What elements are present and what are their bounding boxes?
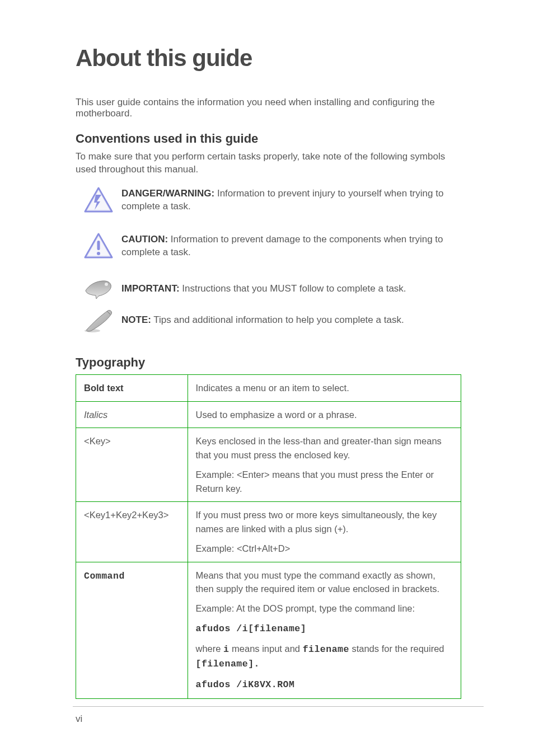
key1-text1: Keys enclosed in the less-than and great… bbox=[196, 436, 442, 460]
table-row: Bold text Indicates a menu or an item to… bbox=[76, 374, 461, 401]
key1-example-a: Example: bbox=[196, 469, 237, 480]
table-row: <Key> Keys enclosed in the less-than and… bbox=[76, 428, 461, 502]
table-row: Command Means that you must type the com… bbox=[76, 562, 461, 698]
danger-label: DANGER/WARNING: bbox=[121, 188, 214, 199]
important-text: Instructions that you MUST follow to com… bbox=[180, 283, 406, 294]
caution-icon bbox=[83, 232, 114, 262]
important-icon bbox=[83, 278, 114, 303]
danger-icon bbox=[83, 186, 114, 217]
page-title: About this guide bbox=[76, 45, 461, 72]
bold-right: Indicates a menu or an item to select. bbox=[188, 374, 461, 401]
command-code1: afudos /i[filename] bbox=[196, 623, 307, 634]
conventions-title: Conventions used in this guide bbox=[76, 132, 461, 146]
svg-point-6 bbox=[105, 283, 108, 286]
key2-text1: If you must press two or more keys simul… bbox=[196, 510, 437, 534]
table-row: <Key1+Key2+Key3> If you must press two o… bbox=[76, 502, 461, 562]
page-number: vi bbox=[76, 713, 82, 725]
command-code2: afudos /iK8VX.ROM bbox=[196, 679, 295, 690]
note-text: Tips and additional information to help … bbox=[151, 314, 404, 325]
command-mid-a: where bbox=[196, 644, 224, 654]
command-mid-c: means input and bbox=[229, 644, 302, 654]
command-mid-b: i bbox=[223, 644, 229, 655]
key1-left: <Key> bbox=[84, 436, 111, 446]
svg-marker-1 bbox=[87, 190, 110, 210]
typography-title: Typography bbox=[76, 355, 461, 370]
note-label: NOTE: bbox=[121, 314, 151, 325]
conventions-sub: To make sure that you perform certain ta… bbox=[76, 151, 461, 176]
svg-rect-4 bbox=[97, 241, 100, 250]
caution-text: Information to prevent damage to the com… bbox=[121, 234, 443, 257]
important-label: IMPORTANT: bbox=[121, 283, 180, 294]
command-mid-e: stands for the required bbox=[349, 644, 444, 654]
footer-rule bbox=[73, 706, 484, 707]
command-text1: Means that you must type the command exa… bbox=[196, 570, 440, 594]
key2-left: <Key1+Key2+Key3> bbox=[84, 510, 168, 520]
convention-row: CAUTION: Information to prevent damage t… bbox=[76, 232, 461, 262]
bold-left: Bold text bbox=[84, 383, 124, 393]
note-icon bbox=[82, 308, 115, 336]
italic-right: Used to emphasize a word or a phrase. bbox=[188, 401, 461, 428]
key2-example-a: Example: bbox=[196, 543, 237, 553]
caution-label: CAUTION: bbox=[121, 234, 168, 245]
typography-table: Bold text Indicates a menu or an item to… bbox=[76, 374, 461, 699]
command-mid2: [filename]. bbox=[196, 659, 260, 669]
command-mid-d: filename bbox=[303, 644, 349, 655]
intro-paragraph: This user guide contains the information… bbox=[76, 97, 461, 119]
svg-point-5 bbox=[97, 252, 100, 255]
key1-example-b: <Enter> bbox=[237, 469, 270, 480]
table-row: Italics Used to emphasize a word or a ph… bbox=[76, 401, 461, 428]
command-left: Command bbox=[84, 571, 125, 581]
convention-row: DANGER/WARNING: Information to prevent i… bbox=[76, 186, 461, 217]
convention-row: NOTE: Tips and additional information to… bbox=[76, 308, 461, 336]
italic-left: Italics bbox=[84, 410, 107, 420]
command-text2: Example: At the DOS prompt, type the com… bbox=[196, 603, 415, 613]
key2-example-b: <Ctrl+Alt+D> bbox=[237, 543, 290, 553]
convention-row: IMPORTANT: Instructions that you MUST fo… bbox=[76, 278, 461, 303]
